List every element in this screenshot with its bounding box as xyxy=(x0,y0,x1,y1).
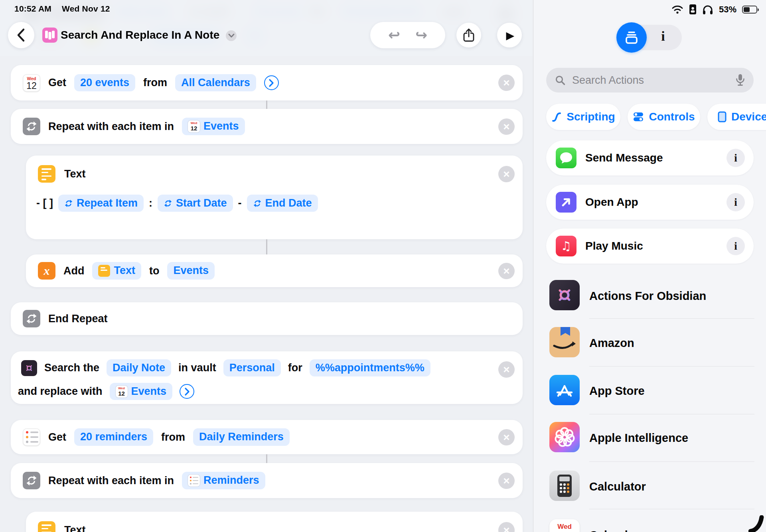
token-calendar-source[interactable]: All Calendars xyxy=(175,74,256,91)
info-tab[interactable]: i xyxy=(653,30,673,43)
calendar-icon: Wed 12 xyxy=(23,74,40,92)
app-label[interactable]: Amazon xyxy=(589,337,634,350)
token-reminder-list[interactable]: Daily Reminders xyxy=(193,428,290,445)
category-device[interactable]: Device xyxy=(707,104,766,130)
app-label[interactable]: Calendar xyxy=(589,529,639,532)
action-connector xyxy=(266,239,267,254)
mic-icon[interactable] xyxy=(736,74,745,87)
repeat-icon xyxy=(23,472,40,489)
action-text-block[interactable]: Text - [ ] Repeat Item : Start Date - En… xyxy=(26,156,523,239)
remove-action-button[interactable]: × xyxy=(498,263,515,279)
shortcut-title[interactable]: Search And Replace In A Note xyxy=(61,29,219,41)
token-start-date[interactable]: Start Date xyxy=(158,195,233,212)
action-get-events[interactable]: Wed 12 Get 20 events from All Calendars … xyxy=(11,65,523,100)
remove-action-button[interactable]: × xyxy=(498,361,515,378)
action-title: Text xyxy=(64,524,86,532)
remove-action-button[interactable]: × xyxy=(498,166,515,182)
token-reminders-variable[interactable]: Reminders xyxy=(182,472,265,489)
action-connector xyxy=(266,100,267,109)
share-button[interactable] xyxy=(456,23,481,47)
token-end-date[interactable]: End Date xyxy=(247,195,318,212)
run-shortcut-button[interactable]: ▶ xyxy=(497,23,522,47)
text-content[interactable]: - [ ] Repeat Item : Start Date - End Dat… xyxy=(26,183,523,212)
action-text: from xyxy=(161,431,185,443)
token-events-variable[interactable]: Events xyxy=(167,262,215,279)
messages-icon xyxy=(556,148,576,168)
toggles-icon xyxy=(633,111,644,122)
title-menu-button[interactable] xyxy=(226,30,237,41)
app-label[interactable]: Actions For Obsidian xyxy=(589,290,706,303)
action-text: Repeat with each item in xyxy=(48,120,174,133)
app-icon-app-store[interactable] xyxy=(549,375,580,405)
token-note-name[interactable]: Daily Note xyxy=(107,359,171,376)
chevron-left-icon xyxy=(15,27,27,43)
text-icon xyxy=(38,165,55,183)
status-date: Wed Nov 12 xyxy=(62,4,110,14)
token-events-variable[interactable]: Wed12 Events xyxy=(110,383,173,400)
app-label[interactable]: Apple Intelligence xyxy=(589,432,688,445)
action-repeat-events[interactable]: Repeat with each item in Wed12 Events × xyxy=(11,109,523,144)
action-add-to-variable[interactable]: x Add Text to Events × xyxy=(26,254,523,287)
wifi-icon xyxy=(671,5,683,14)
shortcuts-app: Daily Note in vault Personal for %%weath… xyxy=(0,0,766,532)
token-event-count[interactable]: 20 events xyxy=(74,74,135,91)
app-label[interactable]: App Store xyxy=(589,384,645,398)
play-icon: ▶ xyxy=(505,30,515,41)
calendar-mini-icon: Wed12 xyxy=(188,120,200,132)
action-text: to xyxy=(149,265,159,277)
category-scripting[interactable]: Scripting xyxy=(546,104,620,130)
headphones-icon xyxy=(702,4,713,15)
remove-action-button[interactable]: × xyxy=(498,473,515,489)
token-repeat-item[interactable]: Repeat Item xyxy=(58,195,144,212)
action-info-button[interactable]: i xyxy=(727,193,745,211)
app-icon-calendar[interactable]: Wed 12 xyxy=(549,519,580,532)
category-controls[interactable]: Controls xyxy=(628,104,700,130)
detail-chevron-icon[interactable] xyxy=(264,75,279,90)
token-vault-name[interactable]: Personal xyxy=(223,359,281,376)
repeat-mini-icon xyxy=(253,199,262,208)
back-button[interactable] xyxy=(8,22,34,48)
token-events-variable[interactable]: Wed12 Events xyxy=(182,118,245,135)
shortcut-editor-pane: Daily Note in vault Personal for %%weath… xyxy=(0,0,533,532)
action-text-block-2[interactable]: Text × xyxy=(26,512,523,532)
action-search-note[interactable]: Search the Daily Note in vault Personal … xyxy=(11,351,523,404)
action-open-app[interactable]: Open App i xyxy=(546,185,754,220)
action-text: Add xyxy=(63,265,84,277)
action-info-button[interactable]: i xyxy=(727,237,745,255)
open-app-icon xyxy=(556,192,576,213)
action-play-music[interactable]: ♫ Play Music i xyxy=(546,229,754,264)
remove-action-button[interactable]: × xyxy=(498,118,515,135)
app-icon-actions-for-obsidian[interactable] xyxy=(549,280,580,310)
status-bar-left: 10:52 AM Wed Nov 12 xyxy=(14,4,110,14)
token-search-query[interactable]: %%appointments%% xyxy=(310,359,430,376)
action-text: Get xyxy=(48,431,66,443)
shortcut-icon xyxy=(42,28,57,43)
app-icon-apple-intelligence[interactable] xyxy=(549,422,580,452)
token-text-variable[interactable]: Text xyxy=(92,262,141,279)
remove-action-button[interactable]: × xyxy=(498,429,515,445)
repeat-icon xyxy=(23,310,40,327)
remove-action-button[interactable]: × xyxy=(498,75,515,91)
token-reminder-count[interactable]: 20 reminders xyxy=(74,428,153,445)
share-icon xyxy=(462,28,475,42)
app-icon-amazon[interactable] xyxy=(549,327,580,357)
action-end-repeat[interactable]: End Repeat xyxy=(11,302,523,335)
hotspot-person-icon xyxy=(689,4,697,15)
status-bar-right: 53% xyxy=(671,4,757,15)
action-library-pane: i Search Actions Scripting xyxy=(533,0,766,532)
detail-chevron-icon[interactable] xyxy=(180,384,194,399)
action-library-tab[interactable] xyxy=(616,22,647,53)
search-actions-input[interactable]: Search Actions xyxy=(546,68,754,93)
status-time: 10:52 AM xyxy=(14,4,51,14)
app-icon-calculator[interactable] xyxy=(549,471,580,501)
action-info-button[interactable]: i xyxy=(727,149,745,167)
action-get-reminders[interactable]: Get 20 reminders from Daily Reminders × xyxy=(11,420,523,454)
action-send-message[interactable]: Send Message i xyxy=(546,140,754,175)
action-repeat-reminders[interactable]: Repeat with each item in Reminders × xyxy=(11,463,523,498)
redo-button[interactable]: ↪ xyxy=(415,28,427,42)
action-stack-icon xyxy=(624,31,639,44)
list-separator xyxy=(589,461,754,462)
undo-button[interactable]: ↩ xyxy=(388,28,400,42)
search-placeholder: Search Actions xyxy=(572,74,729,87)
app-label[interactable]: Calculator xyxy=(589,480,646,493)
